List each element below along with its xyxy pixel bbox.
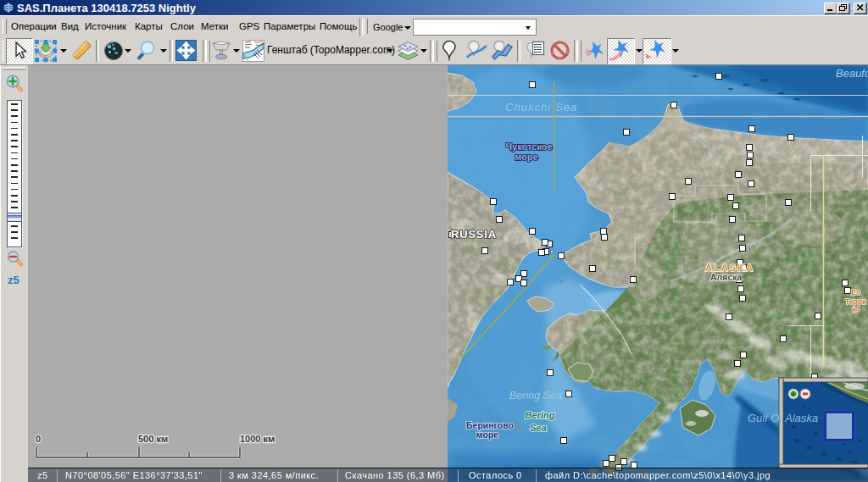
svg-text:RUSSIA: RUSSIA [451,228,497,241]
svg-text:Терри: Терри [845,297,866,306]
svg-text:500 км: 500 км [138,434,168,444]
svg-text:Ел: Ел [851,288,860,296]
svg-text:Bering: Bering [526,410,555,420]
svg-text:море: море [515,152,538,162]
svg-text:Bering Sea: Bering Sea [509,390,562,402]
svg-text:Beaufo: Beaufo [836,67,868,80]
svg-text:1000 км: 1000 км [240,434,275,444]
svg-text:Sea: Sea [530,423,547,433]
svg-text:Gulf Of Alaska: Gulf Of Alaska [748,412,818,424]
svg-text:Аляска: Аляска [710,272,742,282]
svg-text:Чукотское: Чукотское [505,141,552,152]
svg-text:Chukchi Sea: Chukchi Sea [505,101,577,114]
svg-text:море: море [476,429,498,440]
svg-text:0: 0 [36,434,41,444]
svg-text:Ю: Ю [852,306,860,314]
